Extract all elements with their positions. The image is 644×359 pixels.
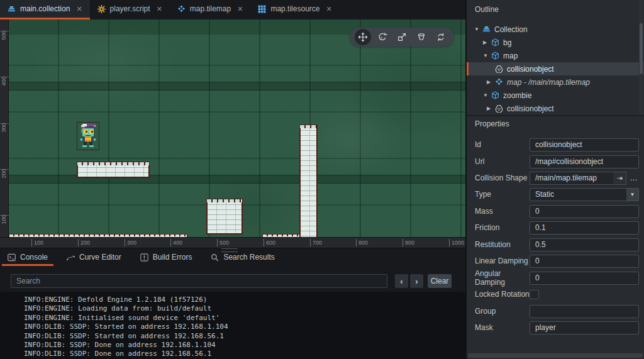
outline-item-collisionobject[interactable]: collisionobject [467,62,644,75]
friction-field[interactable]: 0.1 [530,221,639,235]
visibility-filter-icon[interactable] [413,29,430,45]
outline-item-label: map - /main/map.tilemap [507,78,590,87]
close-icon[interactable]: ✕ [326,5,331,13]
outline-item-label: Collection [494,25,528,34]
outline-item-label: collisionobject [507,104,554,113]
locked-rotation-checkbox[interactable] [530,290,539,299]
console-output[interactable]: INFO:ENGINE: Defold Engine 1.2.184 (1f57… [0,292,465,359]
zombie-sprite[interactable] [77,122,99,150]
tab-curve-editor[interactable]: Curve Editor [67,248,121,266]
collisionobject-icon [495,65,503,73]
tab-map-tilesource[interactable]: map.tilesource ✕ [250,0,339,19]
tilemap-icon [495,78,503,86]
console-line: INFO:DLIB: SSDP: Done on address 192.168… [24,341,465,350]
chevron-right-icon[interactable]: ▶ [487,106,495,111]
collection-icon [8,5,16,13]
chevron-down-icon[interactable]: ▼ [483,92,491,98]
tab-label: player.script [110,4,150,13]
outline-item-map[interactable]: ▼ map [467,49,644,62]
tab-search-results[interactable]: Search Results [211,248,274,266]
tab-main-collection[interactable]: main.collection ✕ [0,0,90,19]
close-icon[interactable]: ✕ [157,5,162,13]
chevron-down-icon[interactable]: ▼ [474,26,482,32]
angular-damping-field[interactable]: 0 [530,272,639,285]
tab-label: Build Errors [153,253,192,262]
property-row-restitution: Restitution 0.5 [475,238,639,251]
outline-item-collection[interactable]: ▼ Collection [467,23,644,36]
find-next-button[interactable]: › [410,274,423,288]
gameobject-cube-icon [491,52,499,60]
console-search-row: ‹ › Clear [0,266,465,290]
property-row-friction: Friction 0.1 [475,221,639,235]
outline-item-label: collisionobject [507,65,554,74]
vertical-ruler: 500 400 300 200 100 [0,19,9,237]
type-dropdown[interactable]: Static ▼ [530,188,639,201]
right-panel: Outline ▼ Collection ▶ bg ▼ map [465,0,644,359]
tab-label: main.collection [20,4,70,13]
tab-label: map.tilesource [270,4,319,13]
platform-block[interactable] [206,199,243,235]
gear-icon [97,5,106,13]
id-field[interactable]: collisionobject [530,138,639,152]
scene-toolbar [350,28,454,47]
close-icon[interactable]: ✕ [237,5,243,13]
property-row-locked-rotation: Locked Rotation [475,287,639,301]
tab-map-tilemap[interactable]: map.tilemap ✕ [170,0,251,19]
console-line: INFO:DLIB: SSDP: Done on address 192.168… [24,350,465,358]
console-line: INFO:DLIB: SSDP: Started on address 192.… [24,332,465,341]
group-field[interactable] [530,305,639,318]
browse-resource-button[interactable]: … [628,172,639,185]
close-icon[interactable]: ✕ [76,5,82,13]
tilemap-icon [177,5,186,13]
property-row-id: Id collisionobject [475,138,639,152]
platform-column[interactable] [299,124,318,240]
restitution-field[interactable]: 0.5 [530,238,639,251]
gameobject-cube-icon [491,38,499,47]
collisionobject-icon [495,104,503,113]
scale-tool-icon[interactable] [394,29,410,45]
outline-item-map-tilemap[interactable]: ▶ map - /main/map.tilemap [467,75,644,89]
console-line: INFO:ENGINE: Loading data from: build/de… [24,304,465,313]
tab-console[interactable]: Console [8,248,48,266]
build-errors-icon [140,253,148,262]
url-field[interactable]: /map#collisionobject [530,155,639,168]
chevron-down-icon[interactable]: ▼ [626,189,638,201]
outline-item-zoombie[interactable]: ▼ zoombie [467,89,644,102]
console-line: INFO:DLIB: SSDP: Started on address 192.… [24,323,465,331]
chevron-down-icon[interactable]: ▼ [483,53,491,58]
terminal-icon [8,253,16,262]
outline-item-bg[interactable]: ▶ bg [467,36,644,49]
linear-damping-field[interactable]: 0 [530,255,639,268]
horizontal-ruler: 100 200 300 400 500 600 700 800 900 1000 [0,237,465,248]
find-previous-button[interactable]: ‹ [395,274,408,288]
platform-long[interactable] [77,162,150,178]
outline-scrollbar-thumb[interactable] [640,23,643,74]
tab-player-script[interactable]: player.script ✕ [90,0,170,19]
refresh-icon[interactable] [433,29,449,45]
chevron-right-icon[interactable]: ▶ [487,79,495,85]
editor-tab-bar: main.collection ✕ player.script ✕ map.ti… [0,0,465,19]
property-row-collision-shape: Collision Shape /main/map.tilemap ⇥ … [475,171,639,185]
mass-field[interactable]: 0 [530,205,639,218]
bottom-tab-bar: Console Curve Editor Build Errors Search… [0,248,275,266]
rotate-tool-icon[interactable] [374,29,391,45]
property-row-linear-damping: Linear Damping 0 [475,254,639,268]
property-row-angular-damping: Angular Damping 0 [475,271,639,285]
scene-viewport[interactable]: 500 400 300 200 100 100 200 300 400 500 … [0,19,465,248]
properties-scrollbar[interactable] [468,353,643,358]
tab-build-errors[interactable]: Build Errors [140,248,192,266]
property-row-group: Group [475,304,639,318]
collection-icon [482,25,491,33]
curve-icon [67,253,75,262]
outline-item-collisionobject-2[interactable]: ▶ collisionobject [467,102,644,115]
search-input[interactable] [11,274,387,288]
panel-divider [467,115,644,116]
clear-button[interactable]: Clear [428,274,452,288]
chevron-right-icon[interactable]: ▶ [483,40,491,45]
tilesource-grid-icon [258,5,266,13]
outline-item-label: map [503,52,518,60]
collision-shape-field[interactable]: /main/map.tilemap [530,172,613,185]
mask-field[interactable]: player [530,321,639,334]
open-resource-icon[interactable]: ⇥ [613,172,626,185]
move-tool-icon[interactable] [355,29,371,45]
